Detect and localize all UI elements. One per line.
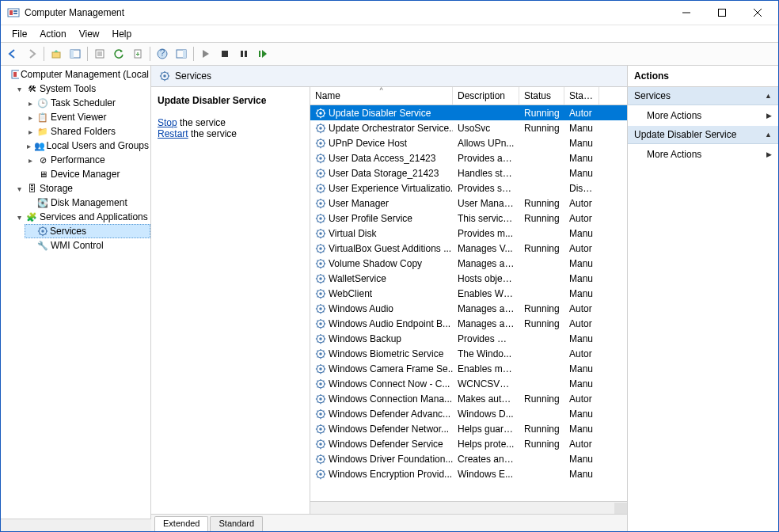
service-row[interactable]: User Data Access_21423Provides ap...Manu xyxy=(310,150,627,165)
tree-services-apps[interactable]: ▾🧩Services and Applications xyxy=(13,210,150,224)
service-row[interactable]: User Profile ServiceThis service ...Runn… xyxy=(310,211,627,226)
service-row[interactable]: Windows Biometric ServiceThe Windo...Aut… xyxy=(310,346,627,361)
service-row[interactable]: WebClientEnables Win...Manu xyxy=(310,286,627,301)
menu-file[interactable]: File xyxy=(6,27,33,41)
back-button[interactable] xyxy=(4,45,21,63)
actions-more-2[interactable]: More Actions▶ xyxy=(628,144,778,165)
service-description: Manages V... xyxy=(453,243,519,254)
actions-more-1[interactable]: More Actions▶ xyxy=(628,105,778,126)
device-icon: 🖥 xyxy=(36,168,49,180)
maximize-button[interactable] xyxy=(704,2,739,24)
tree-services[interactable]: Services xyxy=(25,224,150,238)
tab-extended[interactable]: Extended xyxy=(154,516,208,531)
expand-icon[interactable]: ▸ xyxy=(26,142,32,150)
collapse-icon[interactable]: ▾ xyxy=(15,85,24,93)
forward-button[interactable] xyxy=(23,45,40,63)
stop-link[interactable]: Stop xyxy=(158,117,177,128)
tree-disk-management[interactable]: 💽Disk Management xyxy=(25,196,150,210)
service-row[interactable]: Windows Driver Foundation...Creates and.… xyxy=(310,451,627,466)
expand-icon[interactable]: ▸ xyxy=(26,156,35,165)
app-window: Computer Management File Action View Hel… xyxy=(0,0,779,532)
service-row[interactable]: Windows AudioManages au...RunningAutor xyxy=(310,301,627,316)
service-row[interactable]: Update Disabler ServiceRunningAutor xyxy=(310,105,627,120)
service-row[interactable]: Windows Camera Frame Se...Enables mul...… xyxy=(310,361,627,376)
actions-group-selected[interactable]: Update Disabler Service▲ xyxy=(628,126,778,144)
menu-view[interactable]: View xyxy=(73,27,106,41)
menu-help[interactable]: Help xyxy=(106,27,139,41)
service-row[interactable]: Windows BackupProvides Wi...Manu xyxy=(310,331,627,346)
service-row[interactable]: UPnP Device HostAllows UPn...Manu xyxy=(310,135,627,150)
pause-service-button[interactable] xyxy=(235,45,253,63)
expand-icon[interactable]: ▸ xyxy=(26,113,35,122)
service-row[interactable]: Windows Connection Mana...Makes auto...R… xyxy=(310,391,627,406)
service-rows[interactable]: Update Disabler ServiceRunningAutorUpdat… xyxy=(310,105,627,501)
tab-standard[interactable]: Standard xyxy=(210,516,263,531)
service-row[interactable]: Windows Defender ServiceHelps prote...Ru… xyxy=(310,436,627,451)
tree-event-viewer[interactable]: ▸📋Event Viewer xyxy=(25,110,150,124)
gear-icon xyxy=(315,138,326,149)
tree-local-users[interactable]: ▸👥Local Users and Groups xyxy=(25,139,150,153)
up-button[interactable] xyxy=(48,45,65,63)
show-hide-tree-button[interactable] xyxy=(66,45,84,63)
service-row[interactable]: Windows Encryption Provid...Windows E...… xyxy=(310,466,627,481)
titlebar[interactable]: Computer Management xyxy=(1,1,778,25)
show-hide-action-button[interactable] xyxy=(173,45,190,63)
expand-icon[interactable]: ▸ xyxy=(26,99,35,108)
restart-link[interactable]: Restart xyxy=(158,128,188,139)
actions-group-services[interactable]: Services▲ xyxy=(628,87,778,105)
properties-button[interactable] xyxy=(91,45,108,63)
close-button[interactable] xyxy=(739,2,775,24)
tree-performance[interactable]: ▸⊘Performance xyxy=(25,153,150,167)
horizontal-scrollbar[interactable] xyxy=(310,501,627,514)
service-row[interactable]: VirtualBox Guest Additions ...Manages V.… xyxy=(310,241,627,256)
tree-horizontal-scrollbar[interactable] xyxy=(1,519,151,531)
stop-service-button[interactable] xyxy=(216,45,234,63)
service-row[interactable]: User ManagerUser Manag...RunningAutor xyxy=(310,196,627,211)
tree-root[interactable]: Computer Management (Local xyxy=(2,67,150,82)
col-name[interactable]: Name xyxy=(310,87,453,104)
minimize-button[interactable] xyxy=(668,2,704,24)
restart-service-link-line: Restart the service xyxy=(158,128,303,139)
export-button[interactable] xyxy=(129,45,146,63)
collapse-icon[interactable]: ▾ xyxy=(15,184,24,193)
menu-action[interactable]: Action xyxy=(33,27,72,41)
chevron-right-icon: ▶ xyxy=(766,112,772,120)
gear-icon xyxy=(315,183,326,194)
service-row[interactable]: User Experience Virtualizatio...Provides… xyxy=(310,180,627,196)
service-row[interactable]: Windows Defender Advanc...Windows D...Ma… xyxy=(310,406,627,421)
help-button[interactable]: ? xyxy=(154,45,171,63)
clock-icon: 🕒 xyxy=(36,97,49,109)
menubar: File Action View Help xyxy=(1,25,778,42)
service-row[interactable]: Volume Shadow CopyManages an...Manu xyxy=(310,256,627,271)
service-row[interactable]: Windows Connect Now - C...WCNCSVC ...Man… xyxy=(310,376,627,391)
start-service-button[interactable] xyxy=(197,45,215,63)
collapse-icon[interactable]: ▾ xyxy=(15,213,24,222)
restart-service-button[interactable] xyxy=(254,45,272,63)
service-name: Windows Audio Endpoint B... xyxy=(329,318,450,329)
tree-wmi[interactable]: 🔧WMI Control xyxy=(25,238,150,253)
col-status[interactable]: Status xyxy=(519,87,564,104)
service-description: Helps prote... xyxy=(453,439,519,450)
tree-shared-folders[interactable]: ▸📁Shared Folders xyxy=(25,124,150,139)
service-row[interactable]: Update Orchestrator Service...UsoSvcRunn… xyxy=(310,120,627,135)
tree-task-scheduler[interactable]: ▸🕒Task Scheduler xyxy=(25,96,150,110)
gear-icon xyxy=(315,378,326,390)
tree-system-tools[interactable]: ▾🛠System Tools xyxy=(13,82,150,96)
service-row[interactable]: Virtual DiskProvides m...Manu xyxy=(310,226,627,241)
app-icon xyxy=(7,6,20,19)
col-description[interactable]: Description xyxy=(453,87,519,104)
service-row[interactable]: User Data Storage_21423Handles sto...Man… xyxy=(310,165,627,180)
tree-storage[interactable]: ▾🗄Storage xyxy=(13,181,150,196)
service-row[interactable]: Windows Audio Endpoint B...Manages au...… xyxy=(310,316,627,331)
col-startup[interactable]: Startu xyxy=(564,87,599,104)
service-description: Handles sto... xyxy=(453,168,519,179)
selected-service-name: Update Disabler Service xyxy=(158,95,303,106)
service-row[interactable]: Windows Defender Networ...Helps guard...… xyxy=(310,421,627,436)
service-row[interactable]: WalletServiceHosts objec...Manu xyxy=(310,271,627,286)
service-name: Windows Camera Frame Se... xyxy=(329,363,453,374)
refresh-button[interactable] xyxy=(110,45,127,63)
tree-pane[interactable]: Computer Management (Local ▾🛠System Tool… xyxy=(1,66,151,531)
services-list: Name Description Status Startu Update Di… xyxy=(310,87,627,514)
tree-device-manager[interactable]: 🖥Device Manager xyxy=(25,167,150,181)
expand-icon[interactable]: ▸ xyxy=(26,127,35,136)
